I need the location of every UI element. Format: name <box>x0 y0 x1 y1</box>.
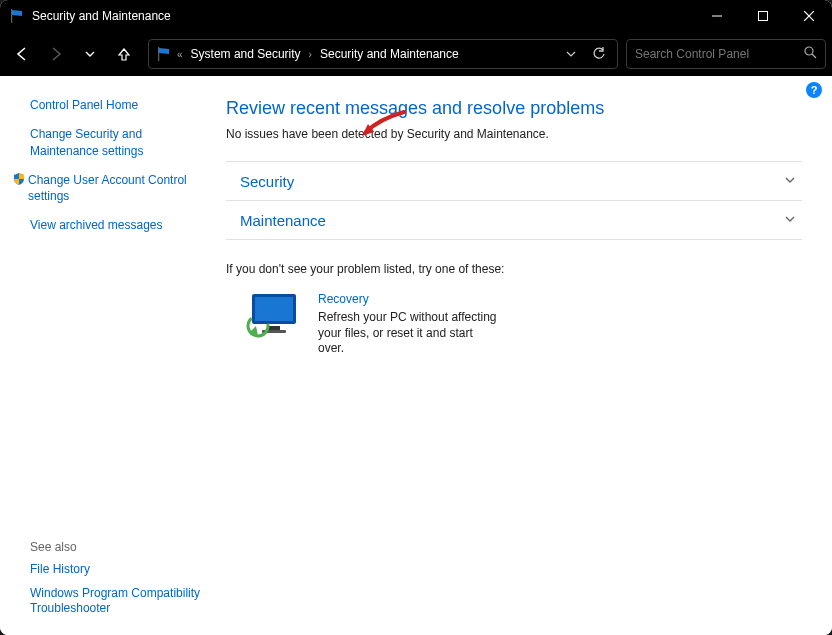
address-bar[interactable]: « System and Security › Security and Mai… <box>148 39 618 69</box>
svg-rect-2 <box>759 12 768 21</box>
window: Security and Maintenance « System and Se… <box>0 0 832 635</box>
shield-icon <box>12 172 26 206</box>
address-dropdown-button[interactable] <box>557 40 585 68</box>
content: Control Panel Home Change Security and M… <box>0 76 832 635</box>
breadcrumb-flag-icon <box>157 47 173 61</box>
section-maintenance[interactable]: Maintenance <box>226 200 802 240</box>
section-security[interactable]: Security <box>226 161 802 200</box>
recovery-block: Recovery Refresh your PC without affecti… <box>226 292 802 357</box>
page-heading: Review recent messages and resolve probl… <box>226 98 802 119</box>
search-icon[interactable] <box>803 45 817 63</box>
chevron-down-icon <box>784 211 796 229</box>
task-change-security-settings[interactable]: Change Security and Maintenance settings <box>30 126 208 160</box>
forward-button[interactable] <box>40 38 72 70</box>
titlebar: Security and Maintenance <box>0 0 832 32</box>
chevron-down-icon <box>784 172 796 190</box>
svg-rect-9 <box>255 297 293 321</box>
chevron-right-icon: › <box>309 49 312 60</box>
task-change-uac-settings[interactable]: Change User Account Control settings <box>30 172 208 206</box>
section-label: Security <box>240 173 784 190</box>
see-also-compat-troubleshooter[interactable]: Windows Program Compatibility Troublesho… <box>30 586 208 617</box>
refresh-button[interactable] <box>585 40 613 68</box>
recovery-text: Recovery Refresh your PC without affecti… <box>318 292 498 357</box>
control-panel-home-link[interactable]: Control Panel Home <box>30 98 208 112</box>
recovery-desc: Refresh your PC without affecting your f… <box>318 310 498 357</box>
fallback-text: If you don't see your problem listed, tr… <box>226 262 802 276</box>
page-subtext: No issues have been detected by Security… <box>226 127 802 141</box>
sidebar: Control Panel Home Change Security and M… <box>0 76 218 635</box>
task-label: Change Security and Maintenance settings <box>30 126 208 160</box>
svg-line-7 <box>812 54 816 58</box>
breadcrumb-system-security[interactable]: System and Security <box>187 45 305 63</box>
close-button[interactable] <box>786 0 832 32</box>
back-button[interactable] <box>6 38 38 70</box>
navbar: « System and Security › Security and Mai… <box>0 32 832 76</box>
help-icon[interactable]: ? <box>806 82 822 98</box>
svg-point-6 <box>805 47 813 55</box>
app-flag-icon <box>10 9 26 23</box>
task-view-archived-messages[interactable]: View archived messages <box>30 217 208 234</box>
search-box[interactable] <box>626 39 826 69</box>
svg-rect-10 <box>268 326 280 330</box>
breadcrumb-back-icon[interactable]: « <box>177 49 183 60</box>
task-label: Change User Account Control settings <box>28 172 208 206</box>
window-title: Security and Maintenance <box>32 9 694 23</box>
task-label: View archived messages <box>30 217 163 234</box>
maximize-button[interactable] <box>740 0 786 32</box>
recent-locations-button[interactable] <box>74 38 106 70</box>
minimize-button[interactable] <box>694 0 740 32</box>
svg-rect-5 <box>158 47 159 61</box>
up-button[interactable] <box>108 38 140 70</box>
breadcrumb-security-maintenance[interactable]: Security and Maintenance <box>316 45 463 63</box>
see-also-header: See also <box>30 540 208 554</box>
main: ? Review recent messages and resolve pro… <box>218 76 832 635</box>
recovery-link[interactable]: Recovery <box>318 292 498 306</box>
see-also-file-history[interactable]: File History <box>30 562 208 578</box>
section-label: Maintenance <box>240 212 784 229</box>
search-input[interactable] <box>635 47 803 61</box>
breadcrumb: « System and Security › Security and Mai… <box>177 45 557 63</box>
svg-rect-0 <box>11 9 12 23</box>
recovery-monitor-icon <box>246 292 300 334</box>
